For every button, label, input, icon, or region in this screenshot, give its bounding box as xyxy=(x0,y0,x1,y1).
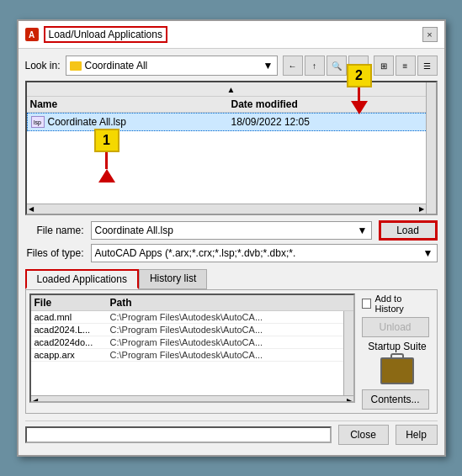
table-row[interactable]: acad.mnl C:\Program Files\Autodesk\AutoC… xyxy=(31,311,343,324)
horiz-scrollbar[interactable]: ◀ ▶ xyxy=(27,204,426,214)
scroll-left-arrow[interactable]: ◀ xyxy=(29,205,34,213)
bottom-section: File Path acad.mnl C:\Program Files\Auto… xyxy=(25,289,438,414)
unload-button[interactable]: Unload xyxy=(362,317,429,337)
look-in-select[interactable]: Coordinate All ▼ xyxy=(66,56,278,76)
file-name-cell: lsp Coordinate All.lsp xyxy=(31,116,231,128)
table-horiz-scroll[interactable]: ◀ ▶ xyxy=(31,395,353,403)
table-scroll-area[interactable]: acad.mnl C:\Program Files\Autodesk\AutoC… xyxy=(31,311,343,395)
arrow-down-icon xyxy=(351,101,368,114)
table-row[interactable]: acad2024.L... C:\Program Files\Autodesk\… xyxy=(31,324,343,336)
startup-suite-label: Startup Suite xyxy=(362,341,433,352)
table-scroll-header xyxy=(340,297,350,309)
table-scrollbar[interactable] xyxy=(343,311,353,395)
bottom-input[interactable] xyxy=(25,426,332,443)
briefcase-icon[interactable] xyxy=(380,357,414,384)
filename-dropdown-arrow[interactable]: ▼ xyxy=(358,225,368,236)
table-scroll-left[interactable]: ◀ xyxy=(33,397,38,403)
up-chevron-bar[interactable]: ▲ xyxy=(27,82,436,97)
table-row[interactable]: acad2024do... C:\Program Files\Autodesk\… xyxy=(31,336,343,349)
search-button[interactable]: 🔍 xyxy=(327,56,347,76)
tab-loaded-applications[interactable]: Loaded Applications xyxy=(25,269,139,289)
filename-row: File name: Coordinate All.lsp ▼ Load xyxy=(25,220,438,241)
header-date: Date modified xyxy=(231,98,433,110)
filetype-label: Files of type: xyxy=(25,247,84,259)
dialog-title: Load/Unload Applications xyxy=(44,26,167,43)
table-cell-file: acad.mnl xyxy=(35,312,110,322)
look-in-row: Look in: Coordinate All ▼ ← ↑ 🔍 ▼ ⊞ ≡ ☰ xyxy=(25,56,438,76)
title-bar: A Load/Unload Applications × xyxy=(19,21,444,49)
table-cell-path: C:\Program Files\Autodesk\AutoCA... xyxy=(110,350,340,360)
table-scroll-right[interactable]: ▶ xyxy=(347,397,352,403)
arrow-stem-up xyxy=(105,152,108,169)
table-cell-path: C:\Program Files\Autodesk\AutoCA... xyxy=(110,312,340,322)
contents-button[interactable]: Contents... xyxy=(362,389,429,410)
up-button[interactable]: ↑ xyxy=(305,56,325,76)
table-header-file: File xyxy=(35,297,110,309)
filename-input[interactable]: Coordinate All.lsp ▼ xyxy=(91,221,372,240)
file-list-row[interactable]: lsp Coordinate All.lsp 18/09/2022 12:05 xyxy=(27,113,436,131)
table-cell-file: acad2024do... xyxy=(35,337,110,347)
scroll-right-arrow[interactable]: ▶ xyxy=(419,205,424,213)
filetype-row: Files of type: AutoCAD Apps (*.arx;*.crx… xyxy=(25,244,438,262)
table-cell-path: C:\Program Files\Autodesk\AutoCA... xyxy=(110,325,340,335)
filetype-select[interactable]: AutoCAD Apps (*.arx;*.crx;*.lsp;*.dvb;*.… xyxy=(91,244,438,262)
app-icon: A xyxy=(25,28,39,41)
arrow-stem-down xyxy=(358,87,360,101)
file-list-outer: ▲ Name Date modified lsp Coordinate All.… xyxy=(25,81,438,215)
back-button[interactable]: ← xyxy=(283,56,303,76)
look-in-value: Coordinate All xyxy=(70,60,148,71)
help-button[interactable]: Help xyxy=(396,425,438,445)
table-cell-file: acapp.arx xyxy=(35,350,110,360)
filename-label: File name: xyxy=(25,225,84,236)
tabs-row: Loaded Applications History list xyxy=(25,269,438,289)
right-panel: Add to History Unload Startup Suite Cont… xyxy=(362,294,433,410)
badge2-container: 2 xyxy=(347,64,372,114)
header-name: Name xyxy=(30,98,231,110)
dropdown-arrow: ▼ xyxy=(263,60,273,71)
table-cell-file: acad2024.L... xyxy=(35,325,110,335)
table-header: File Path xyxy=(31,295,353,311)
dialog-body: Look in: Coordinate All ▼ ← ↑ 🔍 ▼ ⊞ ≡ ☰ xyxy=(19,49,444,455)
arrow-up-icon xyxy=(98,169,115,182)
close-dialog-button[interactable]: Close xyxy=(338,425,389,445)
extra-toolbar: ⊞ ≡ ☰ xyxy=(374,56,438,76)
lsp-file-icon: lsp xyxy=(31,116,45,128)
extra-btn2[interactable]: ≡ xyxy=(396,56,416,76)
add-to-history-label: Add to History xyxy=(374,294,433,314)
badge-2: 2 xyxy=(347,64,372,87)
add-to-history-row: Add to History xyxy=(362,294,433,314)
title-bar-left: A Load/Unload Applications xyxy=(25,26,167,43)
table-cell-path: C:\Program Files\Autodesk\AutoCA... xyxy=(110,337,340,347)
add-to-history-checkbox[interactable] xyxy=(362,299,372,309)
vert-scrollbar[interactable] xyxy=(426,82,436,214)
filetype-dropdown-arrow[interactable]: ▼ xyxy=(423,247,433,259)
tab-history-list[interactable]: History list xyxy=(139,269,207,289)
table-row[interactable]: acapp.arx C:\Program Files\Autodesk\Auto… xyxy=(31,349,343,362)
briefcase-handle xyxy=(390,353,404,358)
up-chevron-icon[interactable]: ▲ xyxy=(227,85,236,94)
file-list-area: ▲ Name Date modified lsp Coordinate All.… xyxy=(25,81,438,215)
load-button[interactable]: Load xyxy=(379,220,438,241)
close-button[interactable]: × xyxy=(422,27,438,42)
bottom-bar: Close Help xyxy=(25,420,438,448)
table-content: acad.mnl C:\Program Files\Autodesk\AutoC… xyxy=(31,311,353,395)
extra-btn1[interactable]: ⊞ xyxy=(374,56,394,76)
loaded-apps-table: File Path acad.mnl C:\Program Files\Auto… xyxy=(29,294,355,403)
briefcase-container xyxy=(362,356,433,386)
folder-icon xyxy=(70,61,82,71)
file-list-header: Name Date modified xyxy=(27,97,436,113)
look-in-label: Look in: xyxy=(25,60,61,71)
table-header-path: Path xyxy=(110,297,340,309)
load-unload-dialog: A Load/Unload Applications × Look in: Co… xyxy=(17,19,446,457)
badge-1: 1 xyxy=(94,129,119,152)
extra-btn3[interactable]: ☰ xyxy=(417,56,438,76)
badge1-container: 1 xyxy=(94,129,119,182)
file-date-cell: 18/09/2022 12:05 xyxy=(231,116,432,128)
